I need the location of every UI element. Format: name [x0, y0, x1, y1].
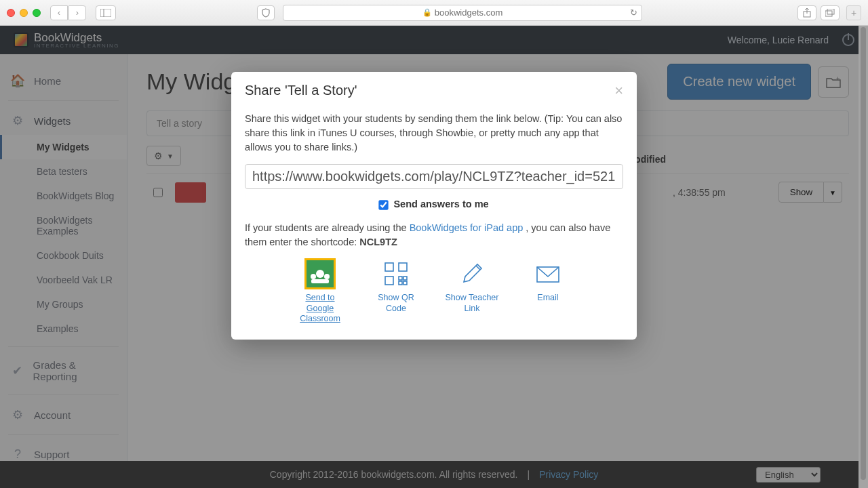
share-description: Share this widget with your students by …: [245, 112, 623, 155]
tabs-button[interactable]: [821, 5, 840, 20]
google-classroom-icon: [304, 258, 336, 289]
svg-rect-3: [825, 11, 832, 16]
nav-buttons: ‹ ›: [50, 5, 86, 20]
svg-rect-4: [827, 9, 834, 14]
url-bar[interactable]: 🔒 bookwidgets.com ↻: [283, 5, 642, 21]
back-button[interactable]: ‹: [50, 5, 68, 20]
browser-chrome: ‹ › 🔒 bookwidgets.com ↻ +: [0, 0, 868, 26]
share-button[interactable]: [797, 5, 816, 20]
ipad-app-link[interactable]: BookWidgets for iPad app: [410, 222, 524, 233]
window-controls: [7, 9, 41, 17]
lock-icon: 🔒: [422, 8, 432, 17]
sidebar-toggle-button[interactable]: [96, 5, 116, 20]
svg-rect-11: [399, 281, 402, 285]
share-email[interactable]: Email: [519, 259, 577, 325]
email-icon: [519, 259, 577, 289]
share-google-classroom[interactable]: Send to Google Classroom: [291, 259, 349, 325]
svg-rect-10: [403, 277, 407, 280]
send-answers-row: Send answers to me: [245, 197, 623, 211]
url-text: bookwidgets.com: [435, 7, 502, 18]
modal-close-button[interactable]: ×: [614, 83, 623, 98]
svg-rect-8: [385, 277, 393, 285]
svg-rect-0: [100, 9, 111, 17]
modal-title: Share 'Tell a Story': [245, 83, 357, 98]
reload-icon[interactable]: ↻: [630, 7, 637, 18]
ipad-note: If your students are already using the B…: [245, 221, 623, 249]
share-teacher-link[interactable]: Show Teacher Link: [443, 259, 501, 325]
send-answers-checkbox[interactable]: [379, 200, 389, 209]
new-tab-button[interactable]: +: [846, 5, 861, 20]
send-answers-label: Send answers to me: [393, 199, 488, 209]
svg-rect-7: [399, 263, 407, 271]
share-modal: Share 'Tell a Story' × Share this widget…: [231, 72, 637, 340]
share-url-input[interactable]: [245, 164, 623, 189]
shortcode: NCL9TZ: [359, 237, 397, 247]
qr-icon: [367, 259, 425, 289]
svg-rect-9: [399, 277, 402, 280]
close-window-button[interactable]: [7, 9, 15, 17]
reader-button[interactable]: [257, 5, 275, 20]
svg-rect-6: [385, 263, 393, 271]
modal-overlay[interactable]: Share 'Tell a Story' × Share this widget…: [0, 26, 868, 488]
svg-rect-12: [403, 281, 407, 285]
pencil-icon: [443, 259, 501, 289]
maximize-window-button[interactable]: [33, 9, 41, 17]
minimize-window-button[interactable]: [20, 9, 28, 17]
forward-button[interactable]: ›: [68, 5, 86, 20]
share-qr-code[interactable]: Show QR Code: [367, 259, 425, 325]
